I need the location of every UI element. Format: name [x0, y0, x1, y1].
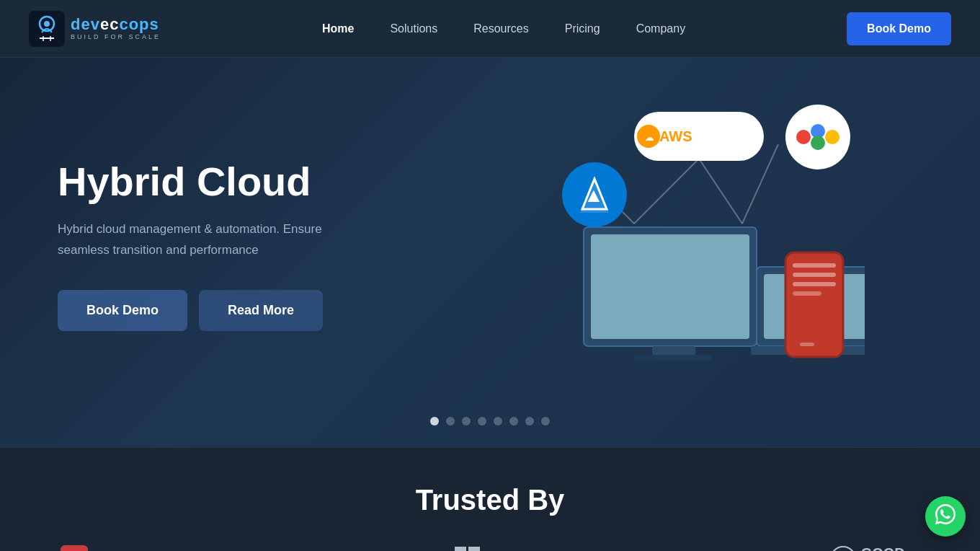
- hero-read-more-button[interactable]: Read More: [199, 290, 323, 331]
- carousel-dot-1[interactable]: [446, 417, 455, 426]
- navbar: deveccops BUILD FOR SCALE Home Solutions…: [0, 0, 980, 58]
- hero-description: Hybrid cloud management & automation. En…: [58, 219, 360, 261]
- logo-icon: [29, 11, 65, 47]
- svg-rect-18: [793, 263, 836, 268]
- svg-rect-19: [793, 273, 836, 277]
- logo-name: deveccops: [71, 17, 161, 32]
- carousel-dots: [0, 417, 980, 426]
- nav-links: Home Solutions Resources Pricing Company: [322, 22, 685, 35]
- logo-text: deveccops BUILD FOR SCALE: [71, 17, 161, 40]
- hero-book-demo-button[interactable]: Book Demo: [58, 290, 187, 331]
- carousel-dot-5[interactable]: [509, 417, 518, 426]
- svg-rect-12: [652, 346, 695, 355]
- nav-pricing[interactable]: Pricing: [565, 22, 600, 35]
- goodmeetings-g-icon: g: [829, 545, 857, 551]
- hero-illustration: AWS ☁ ▲: [432, 101, 922, 389]
- hero-content: Hybrid Cloud Hybrid cloud management & a…: [58, 159, 432, 331]
- svg-line-6: [634, 159, 699, 224]
- svg-rect-11: [591, 234, 749, 339]
- hepta-grid-icon: [455, 547, 480, 552]
- nav-company[interactable]: Company: [636, 22, 685, 35]
- svg-rect-22: [800, 343, 814, 346]
- nav-home[interactable]: Home: [322, 22, 354, 35]
- logo-goodmeetings: g GOOD MEETINGS: [829, 545, 919, 551]
- trusted-logos: F FLEXILOANS omniex HEPTA: [29, 545, 951, 551]
- hero-section: Hybrid Cloud Hybrid cloud management & a…: [0, 58, 980, 447]
- hero-title: Hybrid Cloud: [58, 159, 432, 204]
- svg-rect-17: [785, 252, 843, 357]
- svg-text:AWS: AWS: [659, 128, 692, 144]
- svg-point-30: [825, 130, 839, 144]
- svg-point-2: [44, 21, 50, 27]
- svg-point-31: [811, 136, 825, 150]
- svg-point-28: [796, 130, 811, 144]
- flexi-icon: F: [61, 545, 88, 551]
- goodmeetings-label: GOOD MEETINGS: [861, 546, 919, 551]
- logo-hepta: HEPTA: [455, 547, 552, 552]
- carousel-dot-3[interactable]: [478, 417, 486, 426]
- logo-omniex: omniex: [278, 546, 370, 551]
- hero-buttons: Book Demo Read More: [58, 290, 432, 331]
- svg-text:☁: ☁: [645, 133, 654, 143]
- logo-flexiloans: F FLEXILOANS: [61, 545, 192, 551]
- logo[interactable]: deveccops BUILD FOR SCALE: [29, 11, 161, 47]
- whatsapp-fab[interactable]: [925, 496, 966, 537]
- carousel-dot-6[interactable]: [525, 417, 534, 426]
- svg-rect-21: [793, 291, 821, 296]
- trusted-title: Trusted By: [29, 484, 951, 516]
- trusted-section: Trusted By F FLEXILOANS omniex: [0, 447, 980, 551]
- nav-resources[interactable]: Resources: [473, 22, 528, 35]
- nav-solutions[interactable]: Solutions: [390, 22, 437, 35]
- svg-rect-20: [793, 282, 836, 286]
- carousel-dot-7[interactable]: [541, 417, 550, 426]
- nav-book-demo-button[interactable]: Book Demo: [847, 12, 951, 45]
- carousel-dot-2[interactable]: [462, 417, 471, 426]
- svg-line-7: [699, 159, 742, 224]
- carousel-dot-0[interactable]: [430, 417, 439, 426]
- svg-text:▲: ▲: [584, 184, 604, 206]
- whatsapp-icon: [934, 503, 957, 531]
- logo-tagline: BUILD FOR SCALE: [71, 34, 161, 40]
- omniex-icon: [278, 546, 304, 551]
- hero-svg: AWS ☁ ▲: [490, 101, 865, 389]
- svg-rect-13: [634, 355, 713, 361]
- carousel-dot-4[interactable]: [494, 417, 502, 426]
